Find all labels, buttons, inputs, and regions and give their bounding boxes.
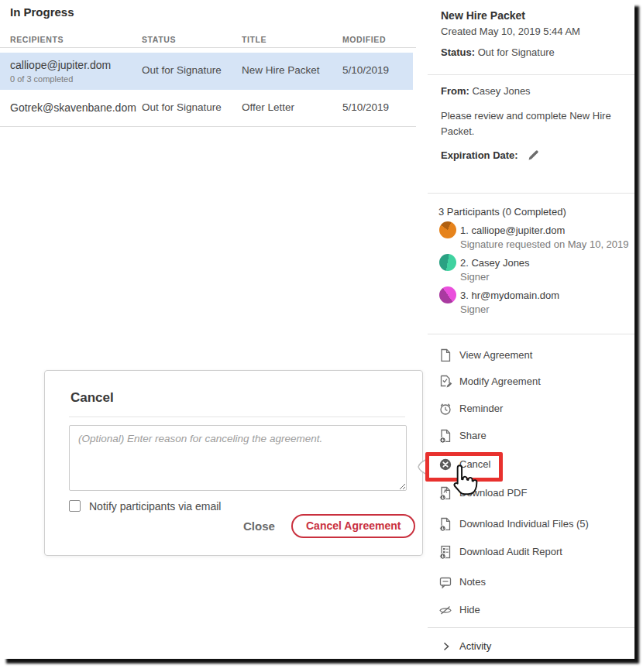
- action-label: Download PDF: [459, 483, 527, 503]
- dialog-title: Cancel: [70, 390, 114, 406]
- activity-label: Activity: [459, 636, 491, 657]
- participant-name: 3. hr@mydomain.dom: [460, 290, 559, 301]
- row-recipient-progress: 0 of 3 completed: [10, 74, 73, 84]
- rail-collapse-chevron-icon[interactable]: [415, 457, 431, 477]
- row-recipient: calliope@jupiter.dom: [10, 59, 111, 71]
- participant-avatar: [439, 221, 456, 238]
- agreement-status: Status: Out for Signature: [441, 46, 555, 58]
- action-label: Notes: [459, 572, 486, 592]
- participants-heading: 3 Participants (0 Completed): [438, 206, 566, 218]
- action-share[interactable]: Share: [438, 426, 487, 446]
- dialog-divider: [69, 417, 405, 417]
- row-status: Out for Signature: [142, 64, 222, 76]
- agreement-created: Created May 10, 2019 5:44 AM: [441, 26, 580, 37]
- document-edit-icon: [438, 375, 452, 389]
- row-modified: 5/10/2019: [342, 101, 389, 113]
- divider: [428, 74, 634, 75]
- row-status: Out for Signature: [142, 101, 222, 113]
- action-label: Hide: [459, 600, 480, 620]
- detail-rail: New Hire Packet Created May 10, 2019 5:4…: [428, 0, 634, 659]
- action-cancel[interactable]: Cancel: [438, 454, 490, 475]
- action-label: View Agreement: [459, 345, 532, 365]
- note-bubble-icon: [438, 575, 452, 589]
- col-title: TITLE: [242, 35, 266, 44]
- cancel-circle-icon: [438, 458, 452, 471]
- col-modified: MODIFIED: [342, 35, 386, 44]
- action-modify-agreement[interactable]: Modify Agreement: [438, 372, 541, 392]
- divider: [428, 627, 634, 628]
- action-label: Download Audit Report: [459, 542, 562, 562]
- agreement-title: New Hire Packet: [441, 9, 525, 22]
- divider: [428, 193, 634, 194]
- action-label: Download Individual Files (5): [459, 514, 589, 534]
- cancel-agreement-button[interactable]: Cancel Agreement: [291, 514, 415, 538]
- table-row-selected[interactable]: calliope@jupiter.dom 0 of 3 completed Ou…: [0, 53, 413, 90]
- action-download-audit-report[interactable]: Download Audit Report: [438, 542, 562, 562]
- action-hide[interactable]: Hide: [438, 600, 480, 620]
- document-download-pdf-icon: [438, 486, 452, 500]
- from-label: From:: [441, 85, 469, 97]
- action-download-individual-files[interactable]: Download Individual Files (5): [438, 514, 589, 534]
- table-row[interactable]: Gotrek@skavenbane.dom Out for Signature …: [0, 90, 416, 127]
- page-title: In Progress: [10, 5, 74, 19]
- cancel-dialog: Cancel Notify participants via email Clo…: [44, 370, 423, 556]
- participant-substatus: Signer: [460, 271, 490, 283]
- divider: [428, 334, 634, 334]
- alarm-clock-icon: [438, 402, 452, 416]
- report-download-icon: [438, 545, 452, 559]
- notify-checkbox-label: Notify participants via email: [89, 500, 221, 513]
- row-recipient: Gotrek@skavenbane.dom: [10, 101, 136, 114]
- row-modified: 5/10/2019: [342, 64, 389, 76]
- agreement-message: Please review and complete New Hire Pack…: [441, 108, 625, 139]
- expiration-row: Expiration Date:: [441, 149, 540, 161]
- col-recipients: RECIPIENTS: [10, 35, 64, 44]
- row-title: Offer Letter: [242, 101, 294, 113]
- expiration-label: Expiration Date:: [441, 149, 518, 161]
- action-reminder[interactable]: Reminder: [438, 399, 503, 419]
- col-status: STATUS: [142, 35, 176, 44]
- notify-checkbox[interactable]: [69, 500, 81, 512]
- action-label: Share: [459, 426, 487, 446]
- status-label: Status:: [441, 46, 475, 58]
- agreement-from: From: Casey Jones: [441, 85, 531, 97]
- table-header: RECIPIENTS STATUS TITLE MODIFIED: [0, 35, 416, 48]
- participant-name: 2. Casey Jones: [460, 257, 530, 269]
- from-value: Casey Jones: [472, 85, 530, 97]
- chevron-right-icon: [442, 642, 451, 651]
- participant-avatar: [439, 254, 456, 271]
- participant-name: 1. calliope@jupiter.dom: [460, 225, 565, 236]
- document-icon: [438, 348, 452, 362]
- action-label: Cancel: [459, 454, 490, 475]
- action-download-pdf[interactable]: Download PDF: [438, 483, 527, 503]
- edit-pencil-icon[interactable]: [528, 149, 540, 161]
- action-notes[interactable]: Notes: [438, 572, 486, 592]
- document-download-icon: [438, 517, 452, 531]
- app-window: In Progress RECIPIENTS STATUS TITLE MODI…: [0, 0, 634, 659]
- cancel-reason-input[interactable]: [69, 425, 407, 491]
- participant-avatar: [439, 286, 456, 303]
- action-label: Modify Agreement: [459, 372, 541, 392]
- eye-slash-icon: [438, 603, 452, 617]
- action-label: Reminder: [459, 399, 503, 419]
- status-value: Out for Signature: [478, 46, 555, 58]
- close-button[interactable]: Close: [236, 515, 283, 537]
- participant-substatus: Signer: [460, 303, 490, 315]
- document-share-icon: [438, 429, 452, 443]
- row-title: New Hire Packet: [242, 64, 320, 76]
- action-view-agreement[interactable]: View Agreement: [438, 345, 532, 365]
- participant-substatus: Signature requested on May 10, 2019: [460, 238, 629, 250]
- activity-toggle[interactable]: Activity: [442, 636, 491, 657]
